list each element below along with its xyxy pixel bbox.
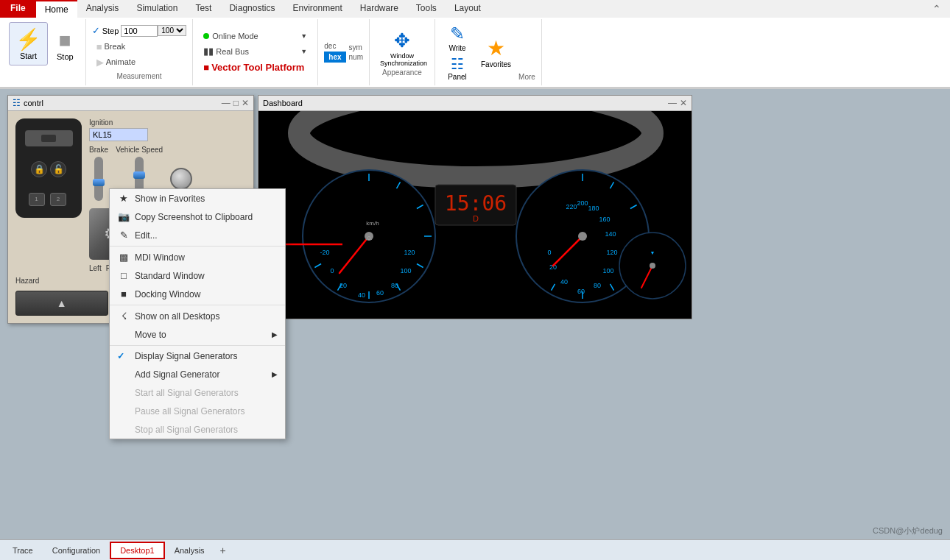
- ribbon-tab-bar: File Home Analysis Simulation Test Diagn…: [0, 0, 950, 18]
- svg-text:80: 80: [391, 282, 398, 289]
- brake-thumb[interactable]: [93, 179, 105, 186]
- real-bus-button[interactable]: ▮▮ Real Bus ▼: [199, 44, 312, 58]
- favorites-button[interactable]: ★ Favorites: [476, 35, 516, 70]
- minimize-icon[interactable]: ⌃: [932, 3, 941, 15]
- menu-item-label: Move to: [135, 330, 166, 340]
- watermark: CSDN@小炉dedug: [873, 525, 943, 536]
- tab-home[interactable]: Home: [36, 0, 77, 18]
- menu-show-all-desktops[interactable]: ☇ Show on all Desktops: [110, 307, 285, 325]
- write-button[interactable]: ✎ Write: [441, 22, 474, 54]
- vector-tool-label: Vector Tool Platform: [211, 62, 304, 73]
- svg-text:0: 0: [330, 267, 334, 274]
- menu-edit[interactable]: ✎ Edit...: [110, 226, 285, 244]
- menu-show-in-favorites[interactable]: ★ Show in Favorites: [110, 189, 285, 208]
- arrow-up-button[interactable]: ▲: [15, 291, 108, 316]
- real-bus-icon: ▮▮: [203, 46, 214, 57]
- ignition-input[interactable]: [89, 128, 148, 141]
- tab-file[interactable]: File: [0, 0, 36, 18]
- step-icon: ✓: [92, 25, 100, 36]
- online-mode-arrow: ▼: [300, 32, 307, 40]
- tab-hardware[interactable]: Hardware: [351, 0, 407, 18]
- tab-analysis[interactable]: Analysis: [77, 0, 128, 18]
- svg-text:120: 120: [606, 249, 617, 256]
- menu-mdi-window[interactable]: ▩ MDI Window: [110, 248, 285, 266]
- menu-add-signal-generator[interactable]: Add Signal Generator ▶: [110, 365, 285, 383]
- more-label: More: [518, 73, 535, 82]
- vehicle-speed-thumb[interactable]: [133, 171, 145, 179]
- tab-simulation[interactable]: Simulation: [127, 0, 186, 18]
- panel-title-text: contrl: [24, 99, 43, 107]
- online-dot-icon: [203, 33, 209, 39]
- panel-minimize-btn[interactable]: —: [222, 98, 231, 108]
- menu-item-label: Pause all Signal Generators: [135, 406, 244, 417]
- main-area: ☷ contrl — □ ✕: [0, 89, 950, 553]
- step-select[interactable]: 100: [158, 25, 186, 36]
- menu-item-label: Stop all Signal Generators: [135, 425, 238, 435]
- break-label: Break: [105, 42, 126, 51]
- step-label: Step: [102, 26, 119, 35]
- tab-tools[interactable]: Tools: [407, 0, 446, 18]
- tab-diagnostics[interactable]: Diagnostics: [220, 0, 284, 18]
- menu-item-label: Docking Window: [135, 289, 200, 300]
- round-button[interactable]: [170, 168, 192, 190]
- submenu-arrow-icon: ▶: [272, 330, 278, 339]
- window-sync-button[interactable]: ✥ Window Synchronization: [376, 28, 429, 68]
- num-label: num: [349, 53, 363, 61]
- tab-trace[interactable]: Trace: [3, 542, 43, 559]
- panel-close-btn[interactable]: ✕: [242, 98, 249, 108]
- speedometer-svg: -20 0 20 40 60 80 100 120 km/h 0 15:06: [258, 111, 692, 317]
- ignition-label: Ignition: [89, 118, 246, 127]
- panel-titlebar: ☷ contrl — □ ✕: [8, 96, 253, 111]
- menu-standard-window[interactable]: □ Standard Window: [110, 266, 285, 285]
- menu-item-label: MDI Window: [135, 252, 185, 263]
- svg-text:140: 140: [605, 230, 616, 238]
- svg-text:80: 80: [594, 282, 601, 289]
- tab-test[interactable]: Test: [186, 0, 220, 18]
- dash-minimize-btn[interactable]: —: [668, 98, 677, 108]
- tab-configuration[interactable]: Configuration: [43, 542, 110, 559]
- menu-item-label: Start all Signal Generators: [135, 388, 239, 398]
- window-sync-icon: ✥: [394, 29, 410, 52]
- tab-environment[interactable]: Environment: [284, 0, 351, 18]
- animate-button[interactable]: ▶ Animate: [92, 55, 187, 69]
- fob-btn-1[interactable]: 1: [29, 193, 45, 206]
- brake-slider: Brake: [89, 146, 108, 204]
- dashboard-title: Dashboard: [263, 99, 303, 107]
- online-mode-button[interactable]: Online Mode ▼: [199, 30, 312, 42]
- stop-button[interactable]: ■ Stop: [51, 24, 80, 65]
- svg-text:160: 160: [599, 216, 610, 223]
- tab-desktop1[interactable]: Desktop1: [110, 542, 164, 559]
- step-input[interactable]: [121, 25, 158, 37]
- panel-maximize-btn[interactable]: □: [233, 98, 239, 108]
- svg-text:120: 120: [404, 249, 415, 256]
- start-button[interactable]: ⚡ Start: [9, 22, 48, 65]
- panel-button[interactable]: ☷ Panel: [441, 54, 474, 82]
- stop-all-icon: [117, 424, 130, 435]
- key-fob: 🔒 🔓 1 2: [15, 118, 82, 218]
- tab-layout[interactable]: Layout: [446, 0, 490, 18]
- svg-text:-20: -20: [320, 249, 329, 256]
- panel-icon-small: ☷: [13, 98, 21, 108]
- tab-add-button[interactable]: +: [214, 542, 232, 559]
- svg-text:180: 180: [588, 205, 599, 212]
- dash-close-btn[interactable]: ✕: [680, 98, 687, 108]
- tab-analysis[interactable]: Analysis: [165, 542, 214, 559]
- ignition-row: Ignition: [89, 118, 246, 141]
- menu-display-signal-generators[interactable]: ✓ Display Signal Generators: [110, 347, 285, 365]
- vector-tool-button[interactable]: ■ Vector Tool Platform: [199, 60, 312, 74]
- menu-docking-window[interactable]: ■ Docking Window: [110, 285, 285, 303]
- check-icon: ✓: [117, 351, 130, 361]
- svg-text:▼: ▼: [650, 250, 655, 255]
- svg-text:60: 60: [376, 289, 384, 297]
- start-all-icon: [117, 387, 130, 398]
- sym-num-group: sym num: [349, 43, 363, 61]
- menu-move-to[interactable]: Move to ▶: [110, 325, 285, 344]
- favorites-label: Favorites: [481, 60, 511, 68]
- dashboard-panel: Dashboard — ✕: [258, 95, 692, 319]
- hex-button[interactable]: hex: [324, 52, 345, 63]
- svg-point-52: [650, 263, 655, 269]
- ribbon: File Home Analysis Simulation Test Diagn…: [0, 0, 950, 89]
- menu-copy-screenshot[interactable]: 📷 Copy Screenshot to Clipboard: [110, 208, 285, 226]
- fob-btn-2[interactable]: 2: [50, 193, 66, 206]
- break-button[interactable]: ■ Break: [92, 40, 187, 54]
